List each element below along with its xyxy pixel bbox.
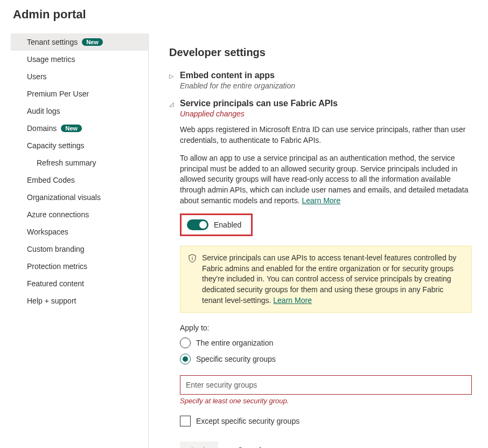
learn-more-link[interactable]: Learn More xyxy=(302,196,340,205)
setting-service-principals: ◿ Service principals can use Fabric APIs… xyxy=(169,99,472,448)
page-title: Admin portal xyxy=(11,8,477,22)
sidebar-item-custom-branding[interactable]: Custom branding xyxy=(11,240,148,258)
info-banner: Service principals can use APIs to acces… xyxy=(180,246,472,313)
radio-specific-groups[interactable]: Specific security groups xyxy=(180,354,472,364)
except-groups-checkbox-row[interactable]: Except specific security groups xyxy=(180,416,472,426)
setting-subtitle-warning: Unapplied changes xyxy=(180,109,338,118)
sidebar-item-label: Help + support xyxy=(27,297,76,305)
shield-icon xyxy=(188,254,197,306)
sidebar-item-azure-connections[interactable]: Azure connections xyxy=(11,206,148,223)
radio-icon xyxy=(180,337,191,348)
banner-learn-more-link[interactable]: Learn More xyxy=(273,296,312,305)
sidebar-item-label: Workspaces xyxy=(27,228,68,236)
setting-description-1: Web apps registered in Microsoft Entra I… xyxy=(180,125,472,146)
apply-to-label: Apply to: xyxy=(180,323,472,332)
security-groups-input[interactable] xyxy=(180,375,472,395)
radio-label: The entire organization xyxy=(196,339,273,347)
sidebar-item-protection-metrics[interactable]: Protection metrics xyxy=(11,258,148,275)
checkbox-icon xyxy=(180,416,191,426)
sidebar-item-label: Users xyxy=(27,72,47,81)
sidebar-item-organizational-visuals[interactable]: Organizational visuals xyxy=(11,189,148,206)
apply-button[interactable]: Apply xyxy=(180,442,218,448)
sidebar-item-embed-codes[interactable]: Embed Codes xyxy=(11,171,148,189)
sidebar-item-tenant-settings[interactable]: Tenant settingsNew xyxy=(11,33,148,51)
main-panel: Developer settings ▷ Embed content in ap… xyxy=(149,33,477,448)
sidebar-item-label: Azure connections xyxy=(27,210,89,219)
toggle-label: Enabled xyxy=(214,220,241,229)
svg-rect-1 xyxy=(192,258,192,260)
sidebar-item-label: Featured content xyxy=(27,279,84,288)
sidebar-item-help-support[interactable]: Help + support xyxy=(11,292,148,309)
sidebar-item-domains[interactable]: DomainsNew xyxy=(11,120,148,137)
svg-point-0 xyxy=(192,257,193,258)
sidebar-item-label: Custom branding xyxy=(27,245,85,253)
sidebar-item-premium-per-user[interactable]: Premium Per User xyxy=(11,85,148,102)
setting-description-2: To allow an app to use a service princip… xyxy=(180,153,472,206)
radio-label: Specific security groups xyxy=(196,355,276,363)
setting-embed-content[interactable]: ▷ Embed content in apps Enabled for the … xyxy=(169,71,472,90)
radio-entire-org[interactable]: The entire organization xyxy=(180,337,472,348)
setting-title: Service principals can use Fabric APIs xyxy=(180,99,338,108)
checkbox-label: Except specific security groups xyxy=(196,417,299,425)
sidebar-item-label: Usage metrics xyxy=(27,55,75,64)
input-error-text: Specify at least one security group. xyxy=(180,397,472,405)
sidebar-item-featured-content[interactable]: Featured content xyxy=(11,275,148,292)
sidebar-item-label: Domains xyxy=(27,124,57,133)
setting-title: Embed content in apps xyxy=(180,71,295,80)
setting-header[interactable]: ◿ Service principals can use Fabric APIs… xyxy=(169,99,472,118)
radio-icon xyxy=(180,354,191,364)
sidebar-item-audit-logs[interactable]: Audit logs xyxy=(11,102,148,120)
sidebar-item-label: Organizational visuals xyxy=(27,193,101,202)
caret-right-icon: ▷ xyxy=(169,73,175,80)
banner-text: Service principals can use APIs to acces… xyxy=(202,253,464,306)
sidebar-item-usage-metrics[interactable]: Usage metrics xyxy=(11,51,148,68)
new-badge: New xyxy=(61,125,82,132)
sidebar-item-label: Premium Per User xyxy=(27,89,89,98)
sidebar-item-workspaces[interactable]: Workspaces xyxy=(11,223,148,240)
sidebar-item-refresh-summary[interactable]: Refresh summary xyxy=(11,154,148,171)
sidebar-item-label: Refresh summary xyxy=(37,158,96,167)
new-badge: New xyxy=(82,38,103,46)
sidebar-item-label: Tenant settings xyxy=(27,38,78,46)
sidebar-item-capacity-settings[interactable]: Capacity settings xyxy=(11,137,148,154)
toggle-knob-icon xyxy=(199,221,207,229)
enabled-toggle[interactable] xyxy=(187,219,208,230)
sidebar-item-users[interactable]: Users xyxy=(11,68,148,85)
cancel-button[interactable]: Cancel xyxy=(228,442,271,448)
sidebar-item-label: Audit logs xyxy=(27,107,60,115)
sidebar-item-label: Protection metrics xyxy=(27,262,87,271)
sidebar-item-label: Capacity settings xyxy=(27,141,85,150)
sidebar-nav: Tenant settingsNewUsage metricsUsersPrem… xyxy=(11,33,149,448)
sidebar-item-label: Embed Codes xyxy=(27,176,75,184)
section-title: Developer settings xyxy=(169,46,472,59)
enabled-toggle-highlight: Enabled xyxy=(180,213,253,236)
caret-down-icon: ◿ xyxy=(169,101,175,108)
setting-subtitle: Enabled for the entire organization xyxy=(180,81,295,90)
